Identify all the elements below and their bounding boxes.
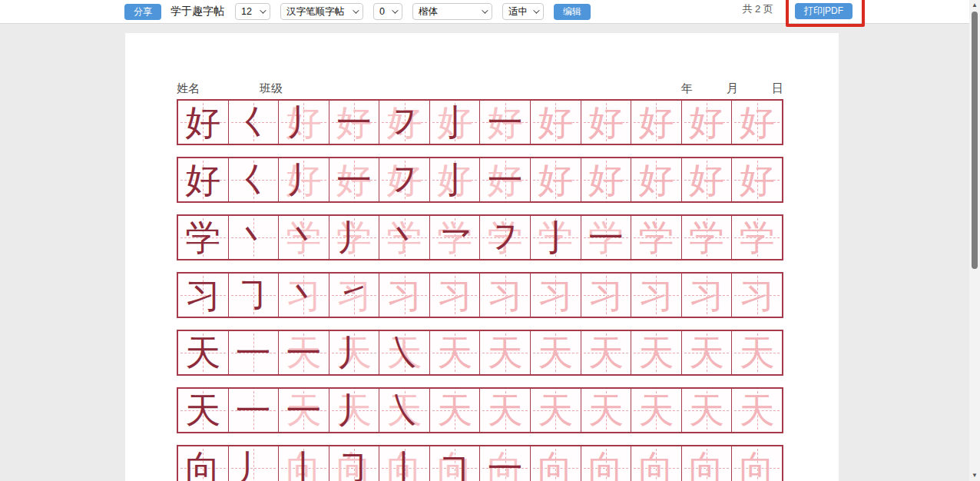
print-pdf-button[interactable]: 打印|PDF bbox=[795, 3, 853, 19]
sheet-type-value: 汉字笔顺字帖 bbox=[286, 5, 344, 18]
grid-cell: 好㇇ bbox=[379, 101, 429, 144]
grid-cell: 习 bbox=[530, 274, 581, 317]
partial-character-glyph: 习 bbox=[279, 274, 329, 317]
partial-character-glyph: 天 bbox=[329, 331, 379, 374]
trace-glyph: 天 bbox=[531, 331, 581, 374]
stroke-glyph: 亅 bbox=[531, 216, 581, 259]
grid-cell: 好丿 bbox=[278, 101, 329, 144]
stroke-glyph: ㇀ bbox=[329, 274, 379, 317]
toolbar: 分享 学于趣字帖 12 汉字笔顺字帖 0 楷体 适中 编辑 共 2 页 打印|P… bbox=[0, 0, 980, 24]
grid-cell: 天 bbox=[681, 389, 732, 432]
grid-cell: 好一 bbox=[479, 101, 530, 144]
grid-cell: 天 bbox=[681, 331, 732, 374]
stroke-glyph: 一 bbox=[329, 158, 379, 201]
grid-cell: 天 bbox=[479, 331, 530, 374]
stroke-glyph: ㇇ bbox=[379, 101, 429, 144]
grid-cell: 好 bbox=[530, 158, 581, 201]
font-family-select[interactable]: 楷体 bbox=[412, 3, 492, 20]
font-size-select[interactable]: 12 bbox=[235, 3, 270, 20]
stroke-glyph: 丿 bbox=[329, 216, 379, 259]
chevron-down-icon bbox=[533, 7, 539, 13]
scrollbar-thumb[interactable] bbox=[972, 12, 978, 269]
partial-character-glyph: 好 bbox=[379, 158, 429, 201]
page-count: 共 2 页 bbox=[742, 2, 773, 16]
scroll-up-icon[interactable]: ▲ bbox=[969, 0, 980, 11]
grid-cell: 天 bbox=[178, 389, 228, 432]
grid-cell: 学丶 bbox=[379, 216, 429, 259]
grid-row: 天一天一天丿天㇏天天天天天天天 bbox=[177, 387, 783, 433]
grid-cell: 向 bbox=[631, 446, 681, 481]
site-title: 学于趣字帖 bbox=[171, 5, 224, 18]
grid-cell: 向丨 bbox=[379, 446, 429, 481]
scroll-down-icon[interactable]: ▼ bbox=[969, 470, 980, 481]
trace-glyph: 习 bbox=[732, 274, 782, 317]
grid-cell: 一 bbox=[228, 389, 279, 432]
grid-cell: 好 bbox=[731, 158, 782, 201]
stroke-glyph: ㇆ bbox=[329, 446, 379, 481]
share-button[interactable]: 分享 bbox=[124, 4, 161, 20]
grid-cell: 向丨 bbox=[278, 446, 329, 481]
grid-cell: 丿 bbox=[228, 446, 279, 481]
partial-character-glyph: 天 bbox=[379, 331, 429, 374]
character-glyph: 天 bbox=[178, 389, 228, 432]
grid-cell: 学 bbox=[681, 216, 732, 259]
partial-character-glyph: 向 bbox=[430, 446, 480, 481]
grid-cell: 天 bbox=[731, 389, 782, 432]
grid-cell: 向 bbox=[530, 446, 581, 481]
grid-cell: 学丿 bbox=[329, 216, 379, 259]
partial-character-glyph: 学 bbox=[480, 216, 530, 259]
grid-cell: 天㇏ bbox=[379, 331, 429, 374]
grid-cell: 好亅 bbox=[429, 158, 480, 201]
grid-cell: 好 bbox=[681, 158, 732, 201]
grid-cell: 习 bbox=[479, 274, 530, 317]
sheet-type-select[interactable]: 汉字笔顺字帖 bbox=[280, 3, 363, 20]
grid-cell: 好 bbox=[178, 101, 228, 144]
grid-cell: ㇛ bbox=[228, 101, 279, 144]
trace-glyph: 天 bbox=[581, 331, 631, 374]
stroke-glyph: 一 bbox=[279, 331, 329, 374]
grid-cell: 学㇇ bbox=[479, 216, 530, 259]
chevron-down-icon bbox=[392, 7, 398, 13]
character-glyph: 好 bbox=[178, 101, 228, 144]
grid-cell: 天一 bbox=[278, 389, 329, 432]
stroke-glyph: ㇏ bbox=[379, 389, 429, 432]
stroke-glyph: 一 bbox=[480, 446, 530, 481]
grid-cell: 天 bbox=[631, 389, 681, 432]
grid-cell: 好 bbox=[681, 101, 732, 144]
grid-cell: 向㇕ bbox=[429, 446, 480, 481]
grid-cell: 天一 bbox=[278, 331, 329, 374]
partial-character-glyph: 好 bbox=[379, 101, 429, 144]
trace-glyph: 天 bbox=[631, 331, 681, 374]
stroke-glyph: 丿 bbox=[229, 446, 279, 481]
trace-glyph: 习 bbox=[581, 274, 631, 317]
stroke-glyph: 丿 bbox=[329, 389, 379, 432]
partial-character-glyph: 学 bbox=[531, 216, 581, 259]
stroke-glyph: 丿 bbox=[279, 101, 329, 144]
grid-cell: 习㇀ bbox=[329, 274, 379, 317]
stroke-glyph: ㇖ bbox=[430, 216, 480, 259]
density-select[interactable]: 适中 bbox=[502, 3, 544, 20]
grid-row: 向丿向丨向㇆向丨向㇕向一向向向向向 bbox=[177, 445, 783, 481]
edit-button[interactable]: 编辑 bbox=[554, 4, 591, 20]
scrollbar[interactable]: ▲ ▼ bbox=[969, 0, 980, 481]
partial-character-glyph: 天 bbox=[329, 389, 379, 432]
grid-cell: 好 bbox=[631, 158, 681, 201]
trace-glyph: 天 bbox=[480, 331, 530, 374]
grid-cell: 天 bbox=[631, 331, 681, 374]
partial-character-glyph: 学 bbox=[279, 216, 329, 259]
trace-glyph: 习 bbox=[531, 274, 581, 317]
grid-cell: 学 bbox=[178, 216, 228, 259]
stroke-glyph: 丿 bbox=[279, 158, 329, 201]
grid-cell: 好亅 bbox=[429, 101, 480, 144]
stroke-glyph: 丶 bbox=[279, 274, 329, 317]
partial-character-glyph: 天 bbox=[279, 389, 329, 432]
grid-cell: 向 bbox=[581, 446, 631, 481]
grid-cell: 天㇏ bbox=[379, 389, 429, 432]
stroke-glyph: ㇇ bbox=[379, 158, 429, 201]
stroke-glyph: 一 bbox=[229, 389, 279, 432]
partial-character-glyph: 好 bbox=[329, 158, 379, 201]
stroke-mode-select[interactable]: 0 bbox=[373, 3, 402, 20]
partial-character-glyph: 向 bbox=[279, 446, 329, 481]
annotation-highlight: 打印|PDF bbox=[786, 0, 865, 27]
stroke-glyph: 一 bbox=[229, 331, 279, 374]
